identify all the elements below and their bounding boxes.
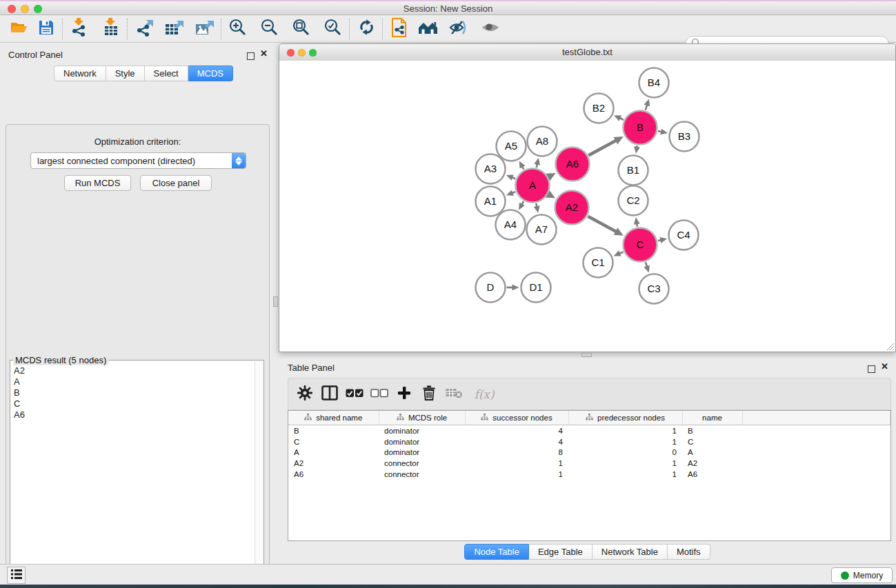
graph-edge-B-B3[interactable]	[658, 129, 668, 135]
zoom-out-button[interactable]	[259, 19, 280, 39]
graph-node-B1[interactable]: B1	[619, 156, 648, 185]
zoom-in-button[interactable]	[228, 19, 248, 39]
table-cell[interactable]	[742, 469, 890, 480]
table-cell[interactable]: 0	[568, 447, 682, 458]
float-panel-icon[interactable]	[247, 50, 255, 63]
graph-node-C[interactable]: C	[624, 228, 657, 262]
delete-column-button[interactable]	[417, 382, 441, 407]
show-column-button[interactable]	[317, 382, 342, 407]
import-network-button[interactable]	[69, 19, 90, 39]
table-cell[interactable]: C	[288, 436, 379, 447]
table-cell[interactable]: A6	[288, 469, 379, 480]
graph-edge-C-C1[interactable]	[614, 250, 624, 256]
table-cell[interactable]: connector	[379, 469, 465, 480]
tab-network-table[interactable]: Network Table	[593, 544, 668, 560]
table-cell[interactable]: 1	[568, 458, 682, 469]
graph-node-B3[interactable]: B3	[670, 122, 699, 152]
table-cell[interactable]: connector	[379, 458, 465, 469]
import-table-button[interactable]	[101, 19, 121, 39]
select-all-button[interactable]	[342, 382, 367, 407]
mcds-result-item[interactable]: A6	[10, 409, 263, 420]
network-from-file-button[interactable]	[389, 19, 410, 39]
graph-edge-B-B1[interactable]	[634, 145, 640, 154]
mcds-result-item[interactable]: B	[10, 387, 263, 398]
open-session-button[interactable]	[8, 19, 29, 39]
mcds-result-item[interactable]: C	[10, 398, 263, 409]
graph-node-A6[interactable]: A6	[556, 148, 590, 181]
tab-network[interactable]: Network	[54, 65, 106, 81]
graph-node-C2[interactable]: C2	[619, 186, 648, 216]
tab-node-table[interactable]: Node Table	[464, 544, 529, 560]
table-cell[interactable]: 1	[568, 425, 682, 436]
graph-node-B[interactable]: B	[624, 111, 657, 145]
graph-edge-A-A3[interactable]	[506, 174, 516, 180]
home-button[interactable]	[418, 19, 439, 39]
zoom-fit-button[interactable]	[291, 19, 312, 39]
graph-node-C1[interactable]: C1	[584, 248, 613, 278]
graph-edge-C-C3[interactable]	[644, 262, 650, 272]
table-cell[interactable]: 1	[465, 469, 568, 480]
create-column-button[interactable]	[392, 382, 417, 407]
table-cell[interactable]	[742, 447, 890, 458]
hide-graphics-details-button[interactable]	[448, 19, 469, 39]
table-row[interactable]: Cdominator41C	[288, 436, 890, 447]
table-cell[interactable]: A2	[288, 458, 379, 469]
mcds-result-item[interactable]: A	[10, 376, 263, 387]
column-header[interactable]: shared name	[288, 411, 379, 425]
table-cell[interactable]: dominator	[379, 447, 465, 458]
graph-edge-A-A1[interactable]	[506, 190, 515, 196]
function-builder-button[interactable]: f(x)	[466, 382, 502, 407]
show-graphics-details-button[interactable]	[480, 19, 501, 39]
table-cell[interactable]: B	[288, 425, 379, 436]
table-settings-button[interactable]	[292, 382, 317, 407]
graph-node-C3[interactable]: C3	[639, 274, 669, 304]
table-cell[interactable]: C	[682, 436, 742, 447]
network-graph[interactable]: B4B2BB3A8A5A6A3B1AC2A1A2A4A7C4CC1DD1C3	[279, 61, 895, 352]
table-cell[interactable]: A6	[682, 469, 742, 480]
graph-node-A[interactable]: A	[516, 169, 550, 203]
graph-node-A3[interactable]: A3	[476, 154, 506, 184]
table-cell[interactable]: B	[682, 425, 742, 436]
resize-grip-icon[interactable]	[885, 341, 894, 350]
column-header[interactable]: name	[682, 411, 742, 425]
graph-node-A5[interactable]: A5	[497, 132, 526, 161]
table-cell[interactable]: 8	[465, 447, 568, 458]
table-close-panel-icon[interactable]: ✕	[881, 361, 888, 372]
graph-node-A8[interactable]: A8	[528, 127, 557, 156]
close-panel-button[interactable]: Close panel	[140, 175, 212, 191]
close-panel-icon[interactable]: ✕	[260, 48, 268, 59]
graph-edge-A6-B[interactable]	[588, 136, 624, 155]
graph-node-A1[interactable]: A1	[476, 187, 506, 216]
table-cell[interactable]: dominator	[379, 425, 465, 436]
memory-button[interactable]: Memory	[831, 567, 893, 583]
tab-mcds[interactable]: MCDS	[188, 65, 233, 81]
graph-edge-A-A5[interactable]	[519, 161, 526, 170]
graph-node-B2[interactable]: B2	[584, 94, 614, 123]
table-row[interactable]: A2connector11A2	[288, 458, 890, 469]
graph-node-A4[interactable]: A4	[496, 210, 526, 240]
table-cell[interactable]: A2	[682, 458, 742, 469]
deselect-all-button[interactable]	[367, 382, 392, 407]
graph-edge-B-B2[interactable]	[614, 115, 624, 121]
tab-edge-table[interactable]: Edge Table	[529, 544, 593, 560]
export-table-button[interactable]	[164, 19, 185, 39]
table-row[interactable]: Adominator80A	[288, 447, 890, 458]
table-cell[interactable]	[742, 425, 890, 436]
table-row[interactable]: A6connector11A6	[288, 469, 890, 480]
delete-table-button[interactable]	[441, 382, 466, 407]
column-header[interactable]: MCDS role	[379, 411, 465, 425]
graph-node-C4[interactable]: C4	[669, 221, 699, 250]
graph-node-A2[interactable]: A2	[555, 191, 589, 225]
tab-motifs[interactable]: Motifs	[668, 544, 710, 560]
vertical-split-handle[interactable]	[273, 296, 278, 307]
column-header[interactable]: predecessor nodes	[568, 411, 682, 425]
graph-node-D1[interactable]: D1	[521, 273, 551, 303]
graph-node-B4[interactable]: B4	[639, 68, 669, 98]
network-window-titlebar[interactable]: testGlobe.txt	[279, 44, 895, 61]
zoom-selected-button[interactable]	[323, 19, 344, 39]
horizontal-split-handle[interactable]	[581, 353, 592, 357]
table-cell[interactable]: 4	[465, 436, 568, 447]
table-float-panel-icon[interactable]	[868, 363, 875, 376]
table-cell[interactable]	[742, 458, 890, 469]
apply-layout-button[interactable]	[356, 19, 377, 39]
